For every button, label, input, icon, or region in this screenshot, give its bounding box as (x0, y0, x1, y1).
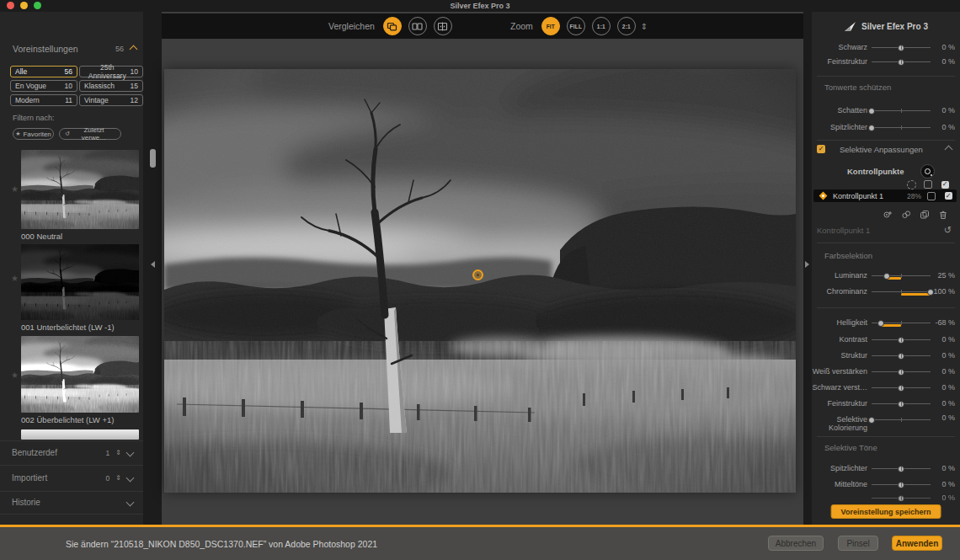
category-klassisch[interactable]: Klassisch 15 (79, 80, 143, 92)
slider-label: Helligkeit (812, 318, 872, 327)
slider-track[interactable] (872, 349, 931, 361)
slider-track[interactable] (872, 397, 931, 409)
zoom-fill-button[interactable]: FILL (567, 17, 585, 35)
slider-track[interactable] (872, 365, 931, 377)
add-control-point-icon[interactable] (920, 164, 935, 179)
section-benutzerdef[interactable]: Benutzerdef 1 ⇕ (0, 440, 143, 465)
filter-recent-button[interactable]: ↺ Zuletzt verwe… (59, 128, 121, 140)
slider-thumb[interactable] (898, 45, 904, 51)
duplicate-control-point-icon[interactable] (920, 210, 930, 220)
chevron-up-icon[interactable] (945, 145, 953, 153)
control-point-marker[interactable] (472, 269, 483, 280)
slider-thumb[interactable] (883, 273, 890, 280)
zoom-fit-button[interactable]: FIT (541, 17, 560, 35)
slider-track[interactable] (872, 478, 931, 490)
chevron-down-icon[interactable] (126, 474, 135, 483)
category-modern[interactable]: Modern 11 (10, 94, 77, 106)
slider-value: 0 % (931, 413, 960, 422)
image-preview[interactable] (164, 69, 796, 493)
slider-thumb[interactable] (898, 353, 904, 360)
slider-track[interactable] (872, 317, 931, 328)
section-importiert[interactable]: Importiert 0 ⇕ (0, 465, 143, 491)
preset-thumbnail[interactable] (21, 244, 139, 320)
slider-thumb[interactable] (898, 337, 904, 344)
slider-thumb[interactable] (898, 369, 904, 376)
favorite-star-icon[interactable]: ★ (11, 274, 19, 283)
control-point-row[interactable]: Kontrollpunkt 1 28% ✓ (813, 189, 957, 202)
favorite-star-icon[interactable]: ★ (11, 371, 19, 380)
divider (0, 514, 143, 515)
slider-thumb[interactable] (898, 466, 904, 472)
zoom-2-1-button[interactable]: 2:1 (617, 17, 636, 35)
selektive-anpassungen-header[interactable]: ✓ Selektive Anpassungen (812, 143, 960, 155)
apply-button[interactable]: Anwenden (892, 536, 942, 551)
zoom-1-1-button[interactable]: 1:1 (592, 17, 611, 35)
slider-track[interactable] (872, 269, 931, 281)
slider-label: Mitteltöne (812, 480, 872, 488)
slider-thumb[interactable] (898, 401, 904, 408)
preset-thumbnail[interactable] (21, 336, 139, 413)
favorite-star-icon[interactable]: ★ (11, 184, 19, 194)
preset-thumbnail-partial[interactable] (21, 429, 139, 440)
slider-track[interactable] (872, 381, 931, 393)
category-alle[interactable]: Alle 56 (10, 66, 77, 77)
slider-thumb[interactable] (898, 482, 904, 488)
preset-000-neutral[interactable]: 000 Neutral (21, 150, 139, 241)
delete-control-point-icon[interactable] (938, 210, 948, 220)
mask-toggle-icon[interactable] (927, 192, 936, 200)
app-title: Silver Efex Pro 3 (861, 22, 928, 31)
cancel-button[interactable]: Abbrechen (768, 536, 824, 551)
preset-001-unterbelichtet[interactable]: 001 Unterbelichtet (LW -1) (21, 244, 139, 332)
chevron-down-icon[interactable] (126, 449, 135, 457)
slider-track[interactable] (872, 121, 931, 133)
slider-track[interactable] (872, 494, 931, 501)
presets-header[interactable]: Voreinstellungen 56 (13, 42, 136, 56)
show-mask-icon[interactable] (924, 180, 932, 189)
selektive-anpassungen-checkbox[interactable]: ✓ (817, 145, 825, 153)
slider-track[interactable] (872, 56, 931, 67)
slider-track[interactable] (872, 285, 931, 297)
slider-value: 0 % (931, 399, 960, 408)
slider-thumb[interactable] (927, 289, 934, 296)
collapse-presets-chevron-icon[interactable] (130, 45, 138, 53)
presets-scrollbar[interactable] (150, 149, 156, 168)
compare-side-by-side-button[interactable] (408, 17, 427, 35)
reset-icon[interactable]: ↺ (944, 226, 952, 235)
category-25th-anniversary[interactable]: 25th Anniversary 10 (79, 66, 143, 77)
section-historie[interactable]: Historie (0, 491, 143, 514)
compare-split-button[interactable] (434, 17, 452, 35)
compare-overlay-button[interactable] (383, 17, 402, 35)
slider-thumb[interactable] (898, 495, 904, 501)
save-preset-button[interactable]: Voreinstellung speichern (831, 504, 941, 519)
show-selection-icon[interactable] (907, 180, 916, 189)
collapse-left-panel-arrow-icon[interactable] (151, 261, 155, 268)
collapse-right-panel-arrow-icon[interactable] (805, 261, 809, 268)
add-control-point-button-icon[interactable] (883, 210, 893, 220)
brush-button[interactable]: Pinsel (838, 536, 878, 551)
slider-value: 0 % (931, 43, 960, 51)
category-en-vogue[interactable]: En Vogue 10 (10, 80, 77, 92)
slider-thumb[interactable] (898, 385, 904, 392)
presets-header-count: 56 (115, 45, 124, 53)
slider-thumb[interactable] (898, 59, 904, 66)
slider-track[interactable] (872, 104, 931, 116)
slider-track[interactable] (872, 333, 931, 345)
enable-all-checkbox[interactable]: ✓ (941, 181, 949, 189)
slider-thumb[interactable] (868, 108, 875, 115)
preset-thumbnail[interactable] (21, 150, 139, 229)
slider-thumb[interactable] (868, 125, 875, 131)
category-vintage[interactable]: Vintage 12 (79, 94, 143, 106)
slider-feinstruktur-2: Feinstruktur 0 % (812, 397, 960, 409)
preset-002-ueberbelichtet[interactable]: 002 Überbelichtet (LW +1) (21, 336, 139, 424)
filter-favorites-button[interactable]: ★ Favoriten (13, 128, 54, 140)
chevron-down-icon[interactable] (126, 499, 135, 507)
slider-track[interactable] (872, 462, 931, 474)
stepper-icon[interactable]: ⇕ (115, 474, 121, 482)
slider-track[interactable] (872, 41, 931, 53)
group-control-points-icon[interactable] (901, 210, 911, 220)
slider-thumb[interactable] (868, 417, 875, 424)
slider-track[interactable] (872, 413, 931, 425)
control-point-checkbox[interactable]: ✓ (945, 192, 952, 200)
zoom-stepper-icon[interactable]: ⇕ (641, 22, 648, 31)
stepper-icon[interactable]: ⇕ (115, 449, 121, 456)
